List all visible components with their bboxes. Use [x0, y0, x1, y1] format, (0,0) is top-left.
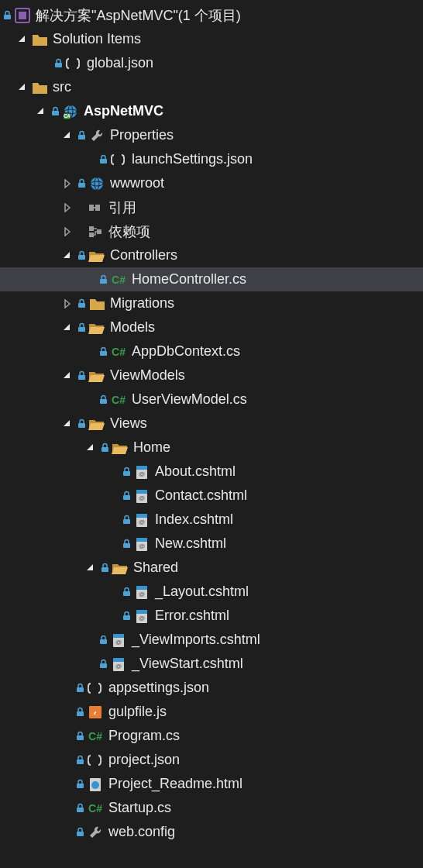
expand-arrow-icon[interactable] [60, 369, 74, 383]
expand-arrow-icon[interactable] [15, 81, 29, 95]
dependencies-node[interactable]: 依赖项 [0, 219, 423, 243]
node-label: Shared [133, 560, 178, 576]
file-node-index[interactable]: Index.cshtml [0, 508, 423, 532]
file-node-about[interactable]: About.cshtml [0, 460, 423, 484]
views-node[interactable]: Views [0, 412, 423, 436]
expand-arrow-icon[interactable] [60, 321, 74, 335]
models-node[interactable]: Models [0, 315, 423, 339]
collapse-arrow-icon[interactable] [60, 201, 74, 215]
file-node-webconfig[interactable]: web.config [0, 820, 423, 844]
lock-icon [121, 587, 132, 598]
folder-open-icon [112, 560, 129, 577]
wwwroot-node[interactable]: wwwroot [0, 171, 423, 195]
references-icon [87, 199, 104, 216]
json-icon [110, 151, 127, 168]
cshtml-icon [133, 536, 150, 553]
file-node-new[interactable]: New.cshtml [0, 532, 423, 556]
lock-icon [98, 154, 108, 165]
folder-open-icon [112, 439, 129, 456]
lock-icon [53, 58, 64, 69]
file-node-program[interactable]: C# Program.cs [0, 724, 423, 748]
expand-arrow-icon[interactable] [84, 441, 98, 455]
lock-icon [74, 683, 85, 694]
csharp-file-icon: C# [110, 271, 127, 288]
cshtml-icon [133, 463, 150, 480]
node-label: ViewModels [110, 367, 185, 384]
node-label: wwwroot [110, 175, 164, 191]
file-node-projectreadme[interactable]: Project_Readme.html [0, 772, 423, 796]
file-node-homecontroller[interactable]: C# HomeController.cs [0, 267, 423, 291]
node-label: src [53, 79, 71, 95]
controllers-node[interactable]: Controllers [0, 243, 423, 267]
lock-icon [50, 106, 60, 117]
js-icon [87, 704, 104, 721]
collapse-arrow-icon[interactable] [60, 225, 74, 239]
node-label: HomeController.cs [132, 271, 246, 288]
file-node-layout[interactable]: _Layout.cshtml [0, 580, 423, 604]
cshtml-icon [110, 632, 127, 649]
node-label: AppDbContext.cs [132, 343, 240, 360]
node-label: Models [110, 319, 155, 336]
collapse-arrow-icon[interactable] [60, 177, 74, 191]
file-node-userviewmodel[interactable]: C# UserViewModel.cs [0, 388, 423, 412]
expand-arrow-icon[interactable] [84, 561, 98, 575]
lock-icon [76, 298, 87, 309]
csharp-web-project-icon [62, 103, 79, 120]
references-node[interactable]: 引用 [0, 195, 423, 219]
expand-arrow-icon[interactable] [15, 33, 29, 46]
file-node-viewstart[interactable]: _ViewStart.cshtml [0, 652, 423, 676]
json-icon [87, 752, 104, 769]
config-icon [87, 824, 104, 841]
lock-icon [76, 418, 87, 429]
viewmodels-node[interactable]: ViewModels [0, 363, 423, 388]
node-label: Controllers [110, 247, 177, 264]
src-node[interactable]: src [0, 75, 423, 99]
csharp-file-icon: C# [110, 391, 127, 408]
views-shared-node[interactable]: Shared [0, 556, 423, 580]
node-label: _ViewStart.cshtml [132, 656, 243, 672]
expand-arrow-icon[interactable] [60, 249, 74, 263]
collapse-arrow-icon[interactable] [60, 297, 74, 311]
cshtml-icon [133, 512, 150, 529]
views-home-node[interactable]: Home [0, 436, 423, 460]
solution-items-node[interactable]: Solution Items [0, 27, 423, 51]
expand-arrow-icon[interactable] [60, 417, 74, 431]
file-node-appsettings[interactable]: appsettings.json [0, 676, 423, 700]
csharp-file-icon: C# [87, 728, 104, 745]
file-node-appdbcontext[interactable]: C# AppDbContext.cs [0, 339, 423, 363]
json-icon [65, 55, 82, 72]
folder-open-icon [88, 247, 105, 264]
node-label: Error.cshtml [155, 608, 229, 624]
migrations-node[interactable]: Migrations [0, 291, 423, 315]
node-label: _ViewImports.cshtml [132, 632, 260, 648]
lock-icon [76, 322, 87, 333]
node-label: UserViewModel.cs [132, 391, 247, 408]
cshtml-icon [133, 608, 150, 625]
file-node-launchsettings[interactable]: launchSettings.json [0, 147, 423, 171]
lock-icon [76, 370, 87, 381]
file-node-contact[interactable]: Contact.cshtml [0, 484, 423, 508]
cshtml-icon [133, 487, 150, 505]
folder-open-icon [88, 319, 105, 336]
lock-icon [74, 755, 85, 766]
solution-explorer-tree[interactable]: 解决方案"AspNetMVC"(1 个项目) Solution Items gl… [0, 0, 423, 844]
file-node-viewimports[interactable]: _ViewImports.cshtml [0, 628, 423, 652]
solution-node[interactable]: 解决方案"AspNetMVC"(1 个项目) [0, 3, 423, 27]
node-label: project.json [108, 752, 180, 768]
properties-node[interactable]: Properties [0, 123, 423, 147]
project-node[interactable]: AspNetMVC [0, 99, 423, 123]
expand-arrow-icon[interactable] [34, 105, 48, 119]
csharp-file-icon: C# [110, 343, 127, 360]
node-label: Views [110, 415, 147, 432]
file-node-projectjson[interactable]: project.json [0, 748, 423, 772]
node-label: AspNetMVC [84, 103, 163, 119]
file-node-error[interactable]: Error.cshtml [0, 604, 423, 628]
expand-arrow-icon[interactable] [60, 129, 74, 143]
node-label: appsettings.json [108, 680, 209, 696]
file-node-startup[interactable]: C# Startup.cs [0, 796, 423, 820]
html-icon [87, 776, 104, 793]
file-node-globaljson[interactable]: global.json [0, 51, 423, 75]
file-node-gulpfile[interactable]: gulpfile.js [0, 700, 423, 724]
solution-icon [14, 7, 31, 24]
node-label: Program.cs [108, 728, 180, 744]
